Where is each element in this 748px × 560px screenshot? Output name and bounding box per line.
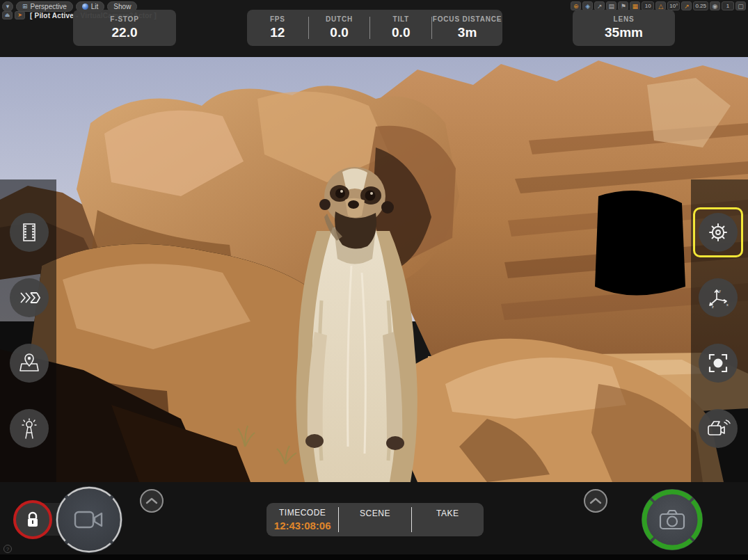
console-icon[interactable]: ? [3,545,12,553]
perspective-icon: ⊞ [22,3,28,10]
slate-panel[interactable]: TIMECODE 12:43:08:06 SCENE TAKE [266,503,484,536]
lock-icon [25,511,40,528]
right-tool-strip: y z x [691,179,748,482]
sequencer-button[interactable] [10,213,49,252]
rotation-snap-icon: △ [658,3,663,10]
light-stand-icon [19,417,40,440]
transform-axes-button[interactable]: y z x [699,278,738,317]
focus-distance-value: 3m [458,25,477,40]
fstop-label: F-STOP [110,15,138,23]
snapshot-ring [642,489,703,550]
record-button[interactable] [56,486,122,553]
camera-speed-icon: ◉ [713,3,718,10]
focus-reticle-icon [706,351,730,375]
fstop-value: 22.0 [112,25,138,40]
record-ring [56,486,122,553]
lens-panel[interactable]: LENS 35mm [573,10,675,46]
svg-text:y: y [719,289,721,293]
chevron-up-icon [145,497,158,505]
chevron-up-icon [589,497,602,505]
world-space-icon: ◈ [585,3,590,10]
vcam-app-window: ▾ ⊞ Perspective Lit Show ⊕ ◈ ↗ ▤ ⚑ ▦ 10 … [0,0,748,560]
camera-speed-button[interactable]: ◉ [710,1,720,10]
perspective-label: Perspective [31,3,67,10]
camera-speed-value[interactable]: 1 [722,1,734,10]
eject-icon: ⏏ [5,13,10,18]
maximize-icon: ▢ [738,3,744,10]
settings-highlight-box [693,207,743,257]
caret-down-icon: ▾ [6,3,10,10]
dutch-label: DUTCH [326,15,353,23]
snapshot-button[interactable] [642,489,703,550]
window-bottom-edge [0,554,748,560]
scene-cell[interactable]: SCENE [339,503,411,536]
maximize-viewport-button[interactable]: ▢ [735,1,746,10]
actor-snap-icon: ⚑ [621,3,626,10]
motion-source-button[interactable] [10,278,49,317]
dutch-cell[interactable]: DUTCH 0.0 [309,10,370,46]
scene-label: SCENE [360,509,390,518]
lens-label: LENS [614,15,635,23]
move-tool-icon: ⊕ [573,3,579,10]
fstop-panel[interactable]: F-STOP 22.0 [73,10,176,46]
focus-distance-label: FOCUS DISTANCE [433,15,502,23]
tilt-value: 0.0 [392,25,410,40]
tilt-label: TILT [392,15,409,23]
axis-icon: y z x [706,287,730,309]
film-strip-icon [19,222,40,243]
svg-text:z: z [712,305,714,309]
fps-cell[interactable]: FPS 12 [247,10,308,46]
lock-button[interactable] [13,500,52,539]
scale-snap-button[interactable]: ↗ [681,1,692,10]
dutch-value: 0.0 [330,25,348,40]
bottom-control-bar: TIMECODE 12:43:08:06 SCENE TAKE [0,482,748,560]
possess-button[interactable]: ➤ [15,11,25,19]
fps-label: FPS [270,15,285,23]
focus-mode-button[interactable] [699,344,738,383]
scale-snap-icon: ↗ [684,3,690,10]
timecode-label: TIMECODE [279,508,326,518]
eject-pilot-button[interactable]: ⏏ [2,11,13,19]
expand-left-tray-button[interactable] [140,489,164,513]
expand-right-tray-button[interactable] [584,489,607,513]
lit-sphere-icon [82,3,88,10]
take-cell[interactable]: TAKE [412,503,484,536]
grid-snap-icon: ▦ [632,3,639,10]
tilt-cell[interactable]: TILT 0.0 [370,10,431,46]
scale-snap-value[interactable]: 0.25 [693,1,708,10]
lights-button[interactable] [10,409,49,448]
fps-value: 12 [270,25,285,40]
drag-tool-icon: ↗ [597,3,603,10]
take-label: TAKE [436,509,459,518]
motion-arrows-icon [18,289,40,306]
viewport-scene[interactable] [0,57,748,482]
timecode-cell: TIMECODE 12:43:08:06 [266,503,338,536]
camera-output-button[interactable] [699,409,738,448]
lens-value: 35mm [605,25,643,40]
camera-metrics-panel[interactable]: FPS 12 DUTCH 0.0 TILT 0.0 FOCUS DISTANCE… [247,10,502,46]
possess-icon: ➤ [17,13,22,18]
surface-snap-icon: ▤ [609,3,615,10]
camera-stream-icon [706,417,731,440]
timecode-value: 12:43:08:06 [274,520,331,531]
map-pin-icon [18,353,40,374]
focus-distance-cell[interactable]: FOCUS DISTANCE 3m [432,10,502,46]
bookmarks-button[interactable] [10,344,49,383]
svg-text:x: x [726,303,729,307]
left-tool-strip [0,179,56,482]
